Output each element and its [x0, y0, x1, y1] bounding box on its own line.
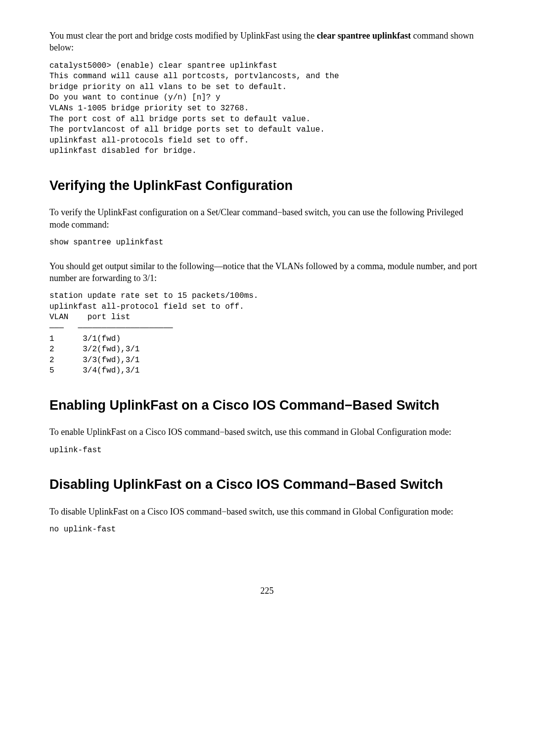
code-block-uplink-fast: uplink-fast [49, 445, 485, 456]
heading-verifying-uplinkfast: Verifying the UplinkFast Configuration [49, 177, 485, 194]
intro-text-part1: You must clear the port and bridge costs… [49, 31, 317, 41]
intro-paragraph: You must clear the port and bridge costs… [49, 30, 485, 54]
heading-disabling-uplinkfast: Disabling UplinkFast on a Cisco IOS Comm… [49, 475, 485, 493]
disable-paragraph: To disable UplinkFast on a Cisco IOS com… [49, 506, 485, 518]
code-block-show-spantree: show spantree uplinkfast [49, 237, 485, 248]
heading-enabling-uplinkfast: Enabling UplinkFast on a Cisco IOS Comma… [49, 396, 485, 414]
intro-bold-command: clear spantree uplinkfast [317, 31, 411, 41]
enable-paragraph: To enable UplinkFast on a Cisco IOS comm… [49, 426, 485, 438]
verify-paragraph-1: To verify the UplinkFast configuration o… [49, 206, 485, 231]
code-block-station-update: station update rate set to 15 packets/10… [49, 291, 485, 377]
verify-paragraph-2: You should get output similar to the fol… [49, 260, 485, 284]
code-block-clear-spantree: catalyst5000> (enable) clear spantree up… [49, 61, 485, 157]
page-number: 225 [49, 585, 485, 597]
code-block-no-uplink-fast: no uplink-fast [49, 524, 485, 535]
